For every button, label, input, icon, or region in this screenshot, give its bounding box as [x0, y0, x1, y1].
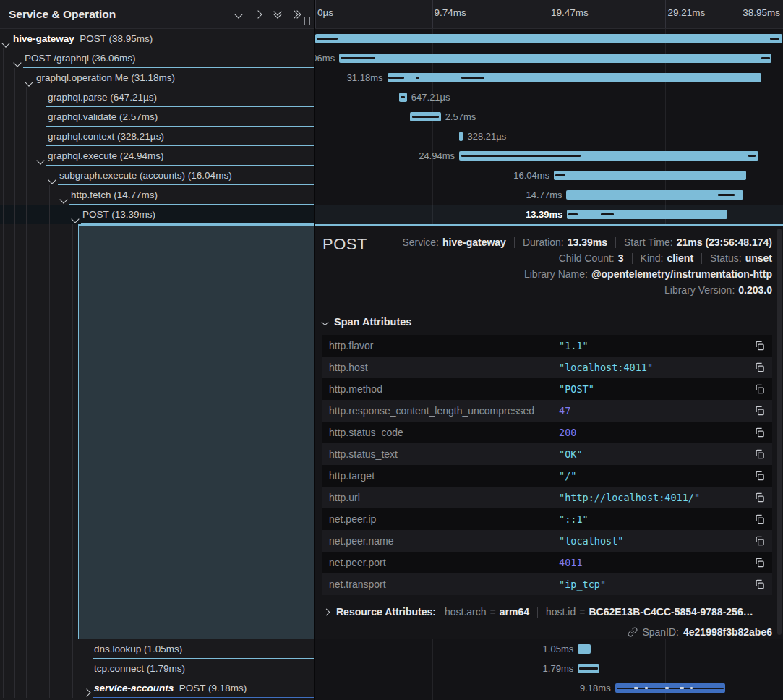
- span-tree-row[interactable]: service-accounts POST (9.18ms): [0, 678, 314, 698]
- indent-guide-line: [14, 68, 15, 88]
- meta-label: Duration:: [523, 236, 564, 248]
- span-tree-row[interactable]: hive-gateway POST (38.95ms): [0, 29, 314, 48]
- attribute-row[interactable]: http.response_content_length_uncompresse…: [322, 400, 772, 422]
- span-bar-row[interactable]: 647.21µs: [315, 88, 783, 107]
- indent-guide-line: [38, 166, 38, 185]
- span-bar-row[interactable]: 36.06ms: [315, 48, 783, 68]
- copy-icon[interactable]: [753, 513, 765, 525]
- service-name: hive-gateway: [13, 33, 74, 44]
- attribute-row[interactable]: net.peer.name"localhost": [322, 530, 772, 552]
- indent-guide-line: [14, 88, 15, 107]
- expand-collapse-chevron-down-icon[interactable]: [72, 212, 78, 225]
- copy-icon[interactable]: [753, 492, 765, 503]
- span-duration-bar[interactable]: [388, 73, 761, 82]
- attribute-row[interactable]: http.host"localhost:4011": [322, 357, 772, 378]
- ruler-tick-label: 29.21ms: [667, 7, 705, 18]
- span-tree-row[interactable]: dns.lookup (1.05ms): [0, 639, 314, 659]
- child-span-mark: [341, 57, 375, 59]
- span-tree-row[interactable]: subgraph.execute (accounts) (16.04ms): [0, 166, 314, 185]
- chevrons-down-icon[interactable]: [268, 5, 287, 24]
- attribute-row[interactable]: http.status_code200: [322, 422, 772, 443]
- attribute-row[interactable]: http.target"/": [322, 465, 772, 487]
- span-bar-row[interactable]: 1.05ms: [315, 639, 783, 659]
- ruler-tick-label: 0µs: [317, 7, 333, 18]
- span-meta-line: Service:hive-gatewayDuration:13.39msStar…: [402, 236, 772, 248]
- expand-collapse-chevron-down-icon[interactable]: [49, 173, 55, 186]
- span-bar-row[interactable]: 24.94ms: [315, 146, 783, 166]
- span-bar-row[interactable]: 16.04ms: [315, 166, 783, 185]
- attribute-value: "localhost:4011": [559, 362, 653, 373]
- expand-collapse-chevron-down-icon[interactable]: [26, 75, 32, 88]
- span-duration-bar[interactable]: [410, 112, 441, 121]
- span-tree-row[interactable]: graphql.parse (647.21µs): [0, 88, 314, 107]
- span-duration-bar[interactable]: [566, 190, 743, 200]
- span-tree-row[interactable]: graphql.validate (2.57ms): [0, 107, 314, 127]
- attribute-row[interactable]: http.url"http://localhost:4011/": [322, 487, 772, 508]
- span-duration-bar[interactable]: [459, 132, 463, 141]
- copy-icon[interactable]: [753, 535, 765, 547]
- span-bar-row[interactable]: 31.18ms: [315, 68, 783, 88]
- span-duration-label: 31.18ms: [347, 72, 383, 83]
- copy-icon[interactable]: [753, 405, 765, 417]
- span-tree-row[interactable]: graphql.operation Me (31.18ms): [0, 68, 314, 88]
- indent-guide-line: [61, 659, 61, 678]
- child-span-mark: [665, 687, 669, 689]
- span-duration-bar[interactable]: [578, 664, 599, 673]
- span-tree-row[interactable]: http.fetch (14.77ms): [0, 185, 314, 205]
- indent-guide-line: [14, 224, 15, 639]
- span-duration-bar[interactable]: [567, 210, 727, 219]
- span-tree-row[interactable]: graphql.execute (24.94ms): [0, 146, 314, 166]
- span-duration-bar[interactable]: [578, 644, 590, 654]
- child-span-mark: [761, 57, 770, 59]
- expand-collapse-chevron-right-icon[interactable]: [84, 686, 90, 699]
- span-bar-row[interactable]: 13.39ms: [315, 205, 783, 224]
- copy-icon[interactable]: [753, 579, 765, 590]
- span-tree-row[interactable]: graphql.context (328.21µs): [0, 127, 314, 146]
- span-attributes-title: Span Attributes: [334, 316, 411, 328]
- span-bar-row[interactable]: 1.79ms: [315, 659, 783, 678]
- attribute-row[interactable]: http.status_text"OK": [322, 443, 772, 465]
- span-duration-bar[interactable]: [339, 54, 771, 63]
- span-bar-row[interactable]: 14.77ms: [315, 185, 783, 205]
- span-duration-label: 9.18ms: [580, 683, 611, 693]
- resource-key: host.id: [546, 606, 576, 618]
- span-duration-bar[interactable]: [554, 171, 746, 180]
- expand-collapse-chevron-down-icon[interactable]: [61, 192, 67, 205]
- span-tree-row[interactable]: tcp.connect (1.79ms): [0, 659, 314, 678]
- copy-icon[interactable]: [753, 362, 765, 373]
- chevron-right-icon[interactable]: [248, 5, 268, 24]
- attribute-row[interactable]: net.peer.port4011: [322, 552, 772, 573]
- detail-scrollbar[interactable]: [777, 229, 782, 635]
- child-span-mark: [680, 687, 684, 689]
- copy-icon[interactable]: [753, 427, 765, 438]
- expand-collapse-chevron-down-icon[interactable]: [14, 56, 20, 69]
- span-tree-row[interactable]: POST (13.39ms): [0, 205, 314, 224]
- attribute-row[interactable]: net.peer.ip"::1": [322, 508, 772, 530]
- span-tree-row[interactable]: POST /graphql (36.06ms): [0, 48, 314, 68]
- span-bar-row[interactable]: 38.95ms: [315, 29, 783, 48]
- span-duration-bar[interactable]: [459, 151, 758, 161]
- attribute-row[interactable]: net.transport"ip_tcp": [322, 573, 772, 595]
- span-bar-row[interactable]: 2.57ms: [315, 107, 783, 127]
- copy-icon[interactable]: [753, 470, 765, 482]
- resource-attributes-toggle[interactable]: Resource Attributes: host.arch=arm64host…: [322, 606, 753, 618]
- attribute-row[interactable]: http.flavor"1.1": [322, 335, 772, 357]
- divider-grip-icon[interactable]: [304, 17, 310, 25]
- span-duration-bar[interactable]: [315, 34, 782, 43]
- indent-guide-line: [38, 639, 38, 659]
- attribute-row[interactable]: http.method"POST": [322, 378, 772, 400]
- expand-collapse-chevron-down-icon[interactable]: [3, 36, 9, 49]
- copy-icon[interactable]: [753, 340, 765, 351]
- span-bar-row[interactable]: 9.18ms: [315, 678, 783, 698]
- copy-icon[interactable]: [753, 383, 765, 395]
- child-span-mark: [401, 96, 406, 98]
- span-attributes-toggle[interactable]: Span Attributes: [322, 316, 411, 328]
- copy-icon[interactable]: [753, 557, 765, 568]
- span-duration-bar[interactable]: [399, 93, 407, 102]
- copy-icon[interactable]: [753, 448, 765, 460]
- chevron-down-icon[interactable]: [228, 5, 248, 24]
- indent-guide-line: [3, 48, 4, 68]
- span-bar-row[interactable]: 328.21µs: [315, 127, 783, 146]
- expand-collapse-chevron-down-icon[interactable]: [38, 153, 43, 166]
- span-duration-bar[interactable]: [615, 683, 725, 693]
